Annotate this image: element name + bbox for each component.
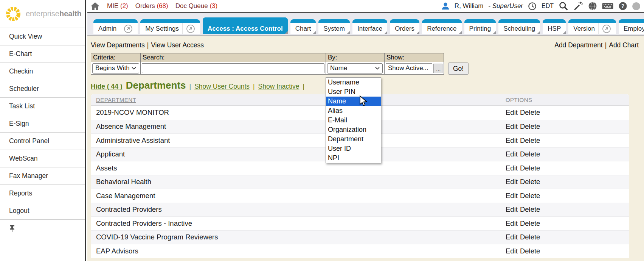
criteria-select[interactable]: Begins With: [92, 63, 139, 73]
criteria-column-header: Criteria:: [91, 53, 141, 62]
tab[interactable]: HSP: [543, 19, 566, 34]
dropdown-option[interactable]: NPI: [326, 153, 381, 163]
edit-link[interactable]: Edit: [506, 136, 518, 145]
view-user-access-link[interactable]: View User Access: [151, 41, 204, 49]
tab[interactable]: Reference: [422, 19, 461, 34]
tab[interactable]: Printing: [464, 19, 496, 34]
delete-link[interactable]: Delete: [520, 192, 540, 200]
delete-link[interactable]: Delete: [520, 136, 540, 145]
show-more-button[interactable]: ...: [433, 64, 442, 73]
enterprisehealth-sun-icon: [5, 5, 22, 23]
delete-link[interactable]: Delete: [520, 247, 540, 255]
avatar-placeholder[interactable]: [632, 2, 640, 10]
tab[interactable]: Employer Organizations: [619, 19, 644, 34]
help-icon[interactable]: ?: [618, 2, 627, 11]
user-icon: [441, 2, 450, 10]
search-input[interactable]: [142, 63, 324, 73]
department-name: Assets: [91, 164, 506, 172]
dropdown-option[interactable]: E-Mail: [326, 116, 381, 125]
by-select[interactable]: Name: [327, 63, 383, 73]
dropdown-option[interactable]: User ID: [326, 144, 381, 153]
external-link-icon[interactable]: [120, 23, 133, 34]
dropdown-option[interactable]: Organization: [326, 125, 381, 134]
tab[interactable]: System: [318, 19, 350, 34]
sidebar-item[interactable]: Control Panel: [0, 133, 85, 150]
show-user-counts-link[interactable]: Show User Counts: [194, 83, 250, 91]
sidebar-item[interactable]: Task List: [0, 98, 85, 115]
add-chart-link[interactable]: Add Chart: [609, 41, 639, 49]
by-column-header: By:: [326, 53, 385, 62]
tab[interactable]: Admin: [93, 19, 138, 34]
table-row: Behavioral Health Edit Delete: [91, 175, 629, 189]
add-department-link[interactable]: Add Department: [554, 41, 602, 49]
topbar-queue-link[interactable]: Doc Queue (3): [175, 2, 218, 10]
sidebar-item[interactable]: Scheduler: [0, 80, 85, 98]
tab-menu-fold: [459, 31, 462, 34]
dropdown-option[interactable]: Alias: [326, 106, 381, 116]
dropdown-option[interactable]: Username: [326, 78, 381, 87]
user-name[interactable]: R, William: [455, 2, 484, 10]
external-link-icon[interactable]: [598, 23, 611, 34]
edit-link[interactable]: Edit: [506, 205, 518, 214]
external-link-icon[interactable]: [182, 23, 195, 34]
hide-count-link[interactable]: Hide ( 44 ): [91, 83, 123, 91]
edit-link[interactable]: Edit: [506, 108, 518, 117]
dropdown-option[interactable]: User PIN: [326, 87, 381, 97]
tab[interactable]: Access : Access Control: [203, 17, 288, 34]
sidebar-item[interactable]: Quick View: [0, 28, 85, 45]
show-select[interactable]: Show Active...: [386, 63, 432, 73]
edit-link[interactable]: Edit: [506, 178, 518, 186]
delete-link[interactable]: Delete: [520, 205, 540, 214]
edit-link[interactable]: Edit: [506, 164, 518, 172]
delete-link[interactable]: Delete: [520, 233, 540, 241]
delete-link[interactable]: Delete: [520, 219, 540, 228]
show-inactive-link[interactable]: Show Inactive: [258, 83, 299, 91]
delete-link[interactable]: Delete: [520, 122, 540, 131]
tab[interactable]: Orders: [390, 19, 419, 34]
topbar-queue-link[interactable]: MIE (2): [107, 2, 128, 10]
sidebar-item[interactable]: Checkin: [0, 63, 85, 80]
department-column-header[interactable]: DEPARTMENT: [91, 97, 506, 103]
sidebar-item-label: Logout: [9, 207, 29, 215]
edit-link[interactable]: Edit: [506, 219, 518, 228]
tab[interactable]: Version: [568, 19, 616, 34]
delete-link[interactable]: Delete: [520, 178, 540, 186]
edit-link[interactable]: Edit: [506, 233, 518, 241]
tab[interactable]: Interface: [352, 19, 387, 34]
sidebar-item[interactable]: Reports: [0, 185, 85, 202]
edit-link[interactable]: Edit: [506, 247, 518, 255]
dropdown-option[interactable]: Department: [326, 134, 381, 144]
sidebar-item[interactable]: WebScan: [0, 150, 85, 167]
edit-link[interactable]: Edit: [506, 192, 518, 200]
search-icon[interactable]: [559, 1, 568, 11]
tab-bar: Admin My Settings: [87, 13, 644, 36]
sidebar-item[interactable]: E-Chart: [0, 45, 85, 63]
edit-link[interactable]: Edit: [506, 122, 518, 131]
tab[interactable]: Chart: [290, 19, 316, 34]
tab[interactable]: Scheduling: [498, 19, 540, 34]
sidebar-item[interactable]: E-Sign: [0, 115, 85, 133]
delete-link[interactable]: Delete: [520, 108, 540, 117]
sidebar-item[interactable]: Fax Manager: [0, 167, 85, 185]
tab-menu-fold: [313, 31, 316, 34]
dropdown-option[interactable]: Name: [326, 97, 381, 106]
pushpin-icon[interactable]: [8, 224, 16, 233]
topbar-queue-link[interactable]: Orders (68): [135, 2, 168, 10]
globe-icon[interactable]: [588, 2, 597, 11]
tab[interactable]: My Settings: [140, 19, 200, 34]
add-links: Add Department|Add Chart: [554, 41, 639, 49]
delete-link[interactable]: Delete: [520, 164, 540, 172]
magic-wand-icon[interactable]: [573, 1, 583, 11]
delete-link[interactable]: Delete: [520, 150, 540, 158]
clock-icon[interactable]: [528, 2, 537, 11]
user-role: - SuperUser: [488, 2, 523, 10]
go-button[interactable]: Go!: [448, 63, 469, 75]
edit-link[interactable]: Edit: [506, 150, 518, 158]
topbar-link-label: Doc Queue: [175, 2, 208, 9]
table-row: Case Management Edit Delete: [91, 189, 629, 203]
home-icon[interactable]: [90, 2, 100, 11]
view-departments-link[interactable]: View Departments: [91, 41, 145, 49]
sidebar-item[interactable]: Logout: [0, 202, 85, 220]
keyboard-icon[interactable]: [602, 2, 613, 10]
sidebar-pin-row[interactable]: [0, 220, 85, 237]
